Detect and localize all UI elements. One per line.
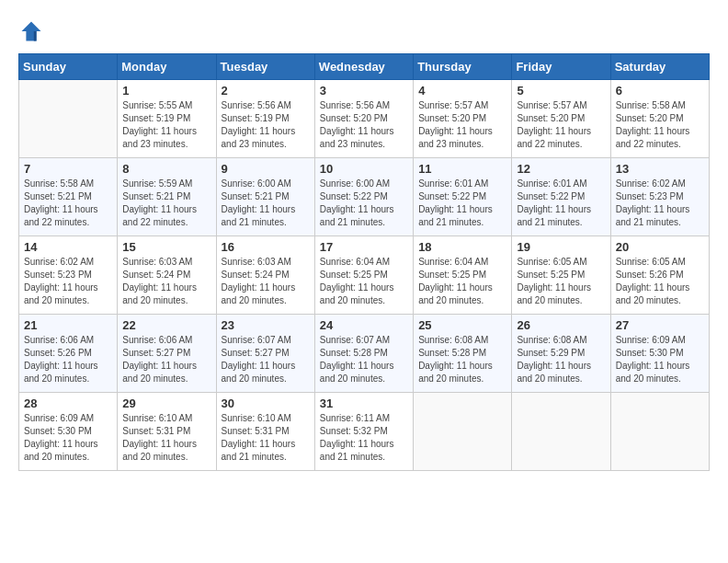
- day-info: Sunrise: 6:00 AM Sunset: 5:22 PM Dayligh…: [320, 178, 408, 229]
- day-info: Sunrise: 5:57 AM Sunset: 5:20 PM Dayligh…: [517, 99, 605, 151]
- weekday-header: Saturday: [610, 54, 709, 80]
- calendar-cell: 29Sunrise: 6:10 AM Sunset: 5:31 PM Dayli…: [118, 393, 216, 471]
- calendar-week-row: 7Sunrise: 5:58 AM Sunset: 5:21 PM Daylig…: [19, 158, 710, 236]
- weekday-header: Wednesday: [314, 54, 413, 80]
- logo: [18, 18, 50, 44]
- day-info: Sunrise: 6:06 AM Sunset: 5:26 PM Dayligh…: [24, 334, 112, 385]
- calendar-week-row: 28Sunrise: 6:09 AM Sunset: 5:30 PM Dayli…: [19, 393, 710, 471]
- day-number: 19: [517, 240, 605, 254]
- day-number: 21: [24, 318, 112, 332]
- day-number: 3: [320, 84, 408, 98]
- day-number: 6: [616, 84, 704, 98]
- calendar-cell: 12Sunrise: 6:01 AM Sunset: 5:22 PM Dayli…: [512, 158, 610, 236]
- day-number: 14: [24, 240, 112, 254]
- day-info: Sunrise: 5:58 AM Sunset: 5:21 PM Dayligh…: [24, 178, 112, 229]
- day-info: Sunrise: 6:08 AM Sunset: 5:29 PM Dayligh…: [517, 334, 605, 385]
- weekday-header: Friday: [512, 54, 610, 80]
- calendar-cell: 5Sunrise: 5:57 AM Sunset: 5:20 PM Daylig…: [512, 80, 610, 158]
- day-number: 28: [24, 396, 112, 410]
- day-number: 22: [122, 318, 210, 332]
- calendar-cell: 21Sunrise: 6:06 AM Sunset: 5:26 PM Dayli…: [19, 315, 118, 393]
- day-number: 25: [418, 318, 506, 332]
- calendar-header-row: SundayMondayTuesdayWednesdayThursdayFrid…: [19, 54, 710, 80]
- calendar-cell: 9Sunrise: 6:00 AM Sunset: 5:21 PM Daylig…: [216, 158, 314, 236]
- day-info: Sunrise: 6:00 AM Sunset: 5:21 PM Dayligh…: [222, 178, 310, 229]
- day-number: 5: [517, 84, 605, 98]
- day-info: Sunrise: 6:04 AM Sunset: 5:25 PM Dayligh…: [418, 256, 506, 307]
- calendar-cell: 1Sunrise: 5:55 AM Sunset: 5:19 PM Daylig…: [118, 80, 216, 158]
- day-number: 24: [320, 318, 408, 332]
- day-number: 29: [122, 396, 210, 410]
- day-info: Sunrise: 6:03 AM Sunset: 5:24 PM Dayligh…: [122, 256, 210, 307]
- day-info: Sunrise: 6:07 AM Sunset: 5:28 PM Dayligh…: [320, 334, 408, 385]
- calendar-week-row: 1Sunrise: 5:55 AM Sunset: 5:19 PM Daylig…: [19, 80, 710, 158]
- day-info: Sunrise: 6:04 AM Sunset: 5:25 PM Dayligh…: [320, 256, 408, 307]
- calendar-cell: 18Sunrise: 6:04 AM Sunset: 5:25 PM Dayli…: [414, 236, 512, 315]
- calendar-cell: 11Sunrise: 6:01 AM Sunset: 5:22 PM Dayli…: [414, 158, 512, 236]
- weekday-header: Sunday: [19, 54, 118, 80]
- day-info: Sunrise: 5:59 AM Sunset: 5:21 PM Dayligh…: [122, 178, 210, 229]
- day-number: 13: [616, 162, 704, 176]
- day-info: Sunrise: 5:55 AM Sunset: 5:19 PM Dayligh…: [122, 99, 210, 151]
- day-info: Sunrise: 6:10 AM Sunset: 5:31 PM Dayligh…: [122, 412, 210, 464]
- page-header: [18, 18, 710, 44]
- day-number: 16: [222, 240, 310, 254]
- calendar-cell: 16Sunrise: 6:03 AM Sunset: 5:24 PM Dayli…: [216, 236, 314, 315]
- day-number: 17: [320, 240, 408, 254]
- calendar-week-row: 14Sunrise: 6:02 AM Sunset: 5:23 PM Dayli…: [19, 236, 710, 315]
- day-info: Sunrise: 5:56 AM Sunset: 5:20 PM Dayligh…: [320, 99, 408, 151]
- day-number: 10: [320, 162, 408, 176]
- calendar-cell: [512, 393, 610, 471]
- day-info: Sunrise: 6:08 AM Sunset: 5:28 PM Dayligh…: [418, 334, 506, 385]
- calendar-cell: [610, 393, 709, 471]
- calendar-cell: 14Sunrise: 6:02 AM Sunset: 5:23 PM Dayli…: [19, 236, 118, 315]
- calendar-cell: 26Sunrise: 6:08 AM Sunset: 5:29 PM Dayli…: [512, 315, 610, 393]
- day-number: 23: [222, 318, 310, 332]
- day-number: 1: [122, 84, 210, 98]
- calendar-cell: 6Sunrise: 5:58 AM Sunset: 5:20 PM Daylig…: [610, 80, 709, 158]
- day-number: 4: [418, 84, 506, 98]
- day-info: Sunrise: 5:56 AM Sunset: 5:19 PM Dayligh…: [222, 99, 310, 151]
- calendar-week-row: 21Sunrise: 6:06 AM Sunset: 5:26 PM Dayli…: [19, 315, 710, 393]
- calendar-cell: [414, 393, 512, 471]
- day-number: 9: [222, 162, 310, 176]
- day-info: Sunrise: 6:01 AM Sunset: 5:22 PM Dayligh…: [517, 178, 605, 229]
- calendar-cell: 24Sunrise: 6:07 AM Sunset: 5:28 PM Dayli…: [314, 315, 413, 393]
- weekday-header: Tuesday: [216, 54, 314, 80]
- day-number: 7: [24, 162, 112, 176]
- day-info: Sunrise: 6:02 AM Sunset: 5:23 PM Dayligh…: [616, 178, 704, 229]
- svg-marker-0: [22, 22, 41, 41]
- calendar-cell: 15Sunrise: 6:03 AM Sunset: 5:24 PM Dayli…: [118, 236, 216, 315]
- day-number: 20: [616, 240, 704, 254]
- calendar-cell: 25Sunrise: 6:08 AM Sunset: 5:28 PM Dayli…: [414, 315, 512, 393]
- calendar-table: SundayMondayTuesdayWednesdayThursdayFrid…: [18, 53, 710, 471]
- weekday-header: Monday: [118, 54, 216, 80]
- day-number: 30: [222, 396, 310, 410]
- day-info: Sunrise: 6:09 AM Sunset: 5:30 PM Dayligh…: [616, 334, 704, 385]
- day-number: 27: [616, 318, 704, 332]
- calendar-cell: [19, 80, 118, 158]
- day-info: Sunrise: 6:05 AM Sunset: 5:26 PM Dayligh…: [616, 256, 704, 307]
- calendar-cell: 30Sunrise: 6:10 AM Sunset: 5:31 PM Dayli…: [216, 393, 314, 471]
- day-number: 15: [122, 240, 210, 254]
- day-number: 11: [418, 162, 506, 176]
- calendar-cell: 27Sunrise: 6:09 AM Sunset: 5:30 PM Dayli…: [610, 315, 709, 393]
- calendar-cell: 2Sunrise: 5:56 AM Sunset: 5:19 PM Daylig…: [216, 80, 314, 158]
- calendar-cell: 22Sunrise: 6:06 AM Sunset: 5:27 PM Dayli…: [118, 315, 216, 393]
- day-number: 2: [222, 84, 310, 98]
- day-number: 31: [320, 396, 408, 410]
- calendar-cell: 13Sunrise: 6:02 AM Sunset: 5:23 PM Dayli…: [610, 158, 709, 236]
- calendar-cell: 10Sunrise: 6:00 AM Sunset: 5:22 PM Dayli…: [314, 158, 413, 236]
- logo-icon: [18, 18, 44, 44]
- calendar-cell: 17Sunrise: 6:04 AM Sunset: 5:25 PM Dayli…: [314, 236, 413, 315]
- calendar-cell: 8Sunrise: 5:59 AM Sunset: 5:21 PM Daylig…: [118, 158, 216, 236]
- calendar-cell: 19Sunrise: 6:05 AM Sunset: 5:25 PM Dayli…: [512, 236, 610, 315]
- weekday-header: Thursday: [414, 54, 512, 80]
- calendar-cell: 23Sunrise: 6:07 AM Sunset: 5:27 PM Dayli…: [216, 315, 314, 393]
- day-info: Sunrise: 6:10 AM Sunset: 5:31 PM Dayligh…: [222, 412, 310, 464]
- calendar-cell: 3Sunrise: 5:56 AM Sunset: 5:20 PM Daylig…: [314, 80, 413, 158]
- day-info: Sunrise: 5:57 AM Sunset: 5:20 PM Dayligh…: [418, 99, 506, 151]
- day-info: Sunrise: 6:02 AM Sunset: 5:23 PM Dayligh…: [24, 256, 112, 307]
- calendar-cell: 31Sunrise: 6:11 AM Sunset: 5:32 PM Dayli…: [314, 393, 413, 471]
- day-info: Sunrise: 6:05 AM Sunset: 5:25 PM Dayligh…: [517, 256, 605, 307]
